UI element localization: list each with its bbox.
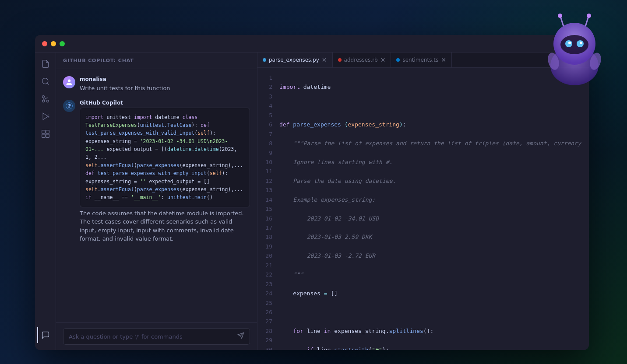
copilot-name: GitHub Copilot: [80, 100, 250, 106]
close-button[interactable]: [42, 41, 47, 46]
sidebar-item-source-control[interactable]: [38, 91, 53, 107]
sidebar-item-run[interactable]: [38, 108, 53, 124]
tab-close-sentiments[interactable]: ✕: [441, 57, 446, 63]
user-avatar: [63, 76, 75, 88]
sidebar-item-files[interactable]: [38, 56, 53, 72]
tabs-bar: parse_expenses.py ✕ addresses.rb ✕ senti…: [257, 52, 589, 68]
svg-point-29: [588, 52, 603, 71]
editor-area: parse_expenses.py ✕ addresses.rb ✕ senti…: [257, 52, 589, 350]
chat-messages: monalisa Write unit tests for this funct…: [56, 69, 257, 322]
sidebar-item-chat[interactable]: [37, 327, 53, 343]
vscode-window: GITHUB COPILOT: CHAT monalisa Write unit…: [35, 35, 589, 350]
svg-line-1: [47, 83, 49, 85]
code-editor[interactable]: import datetime def parse_expenses (expe…: [279, 68, 589, 350]
svg-point-0: [42, 78, 48, 84]
svg-point-4: [42, 100, 44, 102]
maximize-button[interactable]: [60, 41, 65, 46]
svg-rect-11: [42, 134, 45, 138]
user-message-content: monalisa Write unit tests for this funct…: [80, 76, 170, 93]
tab-addresses[interactable]: addresses.rb ✕: [333, 52, 391, 67]
svg-rect-12: [46, 134, 49, 138]
user-message-text: Write unit tests for this function: [80, 84, 170, 93]
copilot-avatar: [63, 100, 75, 112]
svg-point-25: [558, 14, 562, 18]
minimize-button[interactable]: [51, 41, 56, 46]
tab-label-parse-expenses: parse_expenses.py: [269, 57, 319, 63]
tab-dot-ts: [396, 58, 400, 62]
user-message: monalisa Write unit tests for this funct…: [63, 76, 250, 93]
titlebar: [35, 35, 589, 52]
code-response: import unittest import datetime class Te…: [80, 108, 250, 207]
chat-input-container: [63, 328, 250, 345]
line-numbers: 1 2 3 4 5 6 7 8 9 10 11 12 13 14 15 16 1: [257, 68, 279, 350]
chat-panel: GITHUB COPILOT: CHAT monalisa Write unit…: [56, 52, 257, 350]
editor-content[interactable]: 1 2 3 4 5 6 7 8 9 10 11 12 13 14 15 16 1: [257, 68, 589, 350]
activity-bar: [35, 52, 56, 350]
main-content: GITHUB COPILOT: CHAT monalisa Write unit…: [35, 52, 589, 350]
tab-label-sentiments: sentiments.ts: [402, 57, 438, 63]
sidebar-item-extensions[interactable]: [38, 126, 53, 142]
svg-line-24: [560, 17, 564, 26]
tab-label-addresses: addresses.rb: [344, 57, 378, 63]
svg-point-2: [46, 100, 49, 102]
copilot-message-content: GitHub Copilot import unittest import da…: [80, 100, 250, 243]
chat-panel-header: GITHUB COPILOT: CHAT: [56, 52, 257, 69]
chat-input-area: [56, 322, 257, 350]
chat-input[interactable]: [69, 333, 234, 340]
svg-rect-14: [68, 106, 70, 107]
tab-dot-py: [263, 58, 266, 62]
svg-marker-5: [43, 113, 48, 120]
svg-line-26: [585, 17, 588, 26]
user-name: monalisa: [80, 76, 170, 82]
svg-point-3: [42, 96, 44, 98]
tab-dot-rb: [338, 58, 342, 62]
send-icon[interactable]: [237, 332, 244, 341]
tab-parse-expenses[interactable]: parse_expenses.py ✕: [257, 52, 333, 67]
sidebar-item-search[interactable]: [38, 74, 53, 89]
svg-rect-10: [46, 130, 49, 134]
tab-sentiments[interactable]: sentiments.ts ✕: [391, 52, 451, 67]
svg-rect-9: [42, 130, 45, 134]
tab-close-addresses[interactable]: ✕: [380, 57, 386, 63]
tab-close-parse-expenses[interactable]: ✕: [322, 57, 327, 63]
copilot-followup-text: The code assumes that the datetime modul…: [80, 209, 250, 243]
traffic-lights: [42, 41, 65, 46]
svg-point-27: [587, 14, 591, 18]
copilot-message: GitHub Copilot import unittest import da…: [63, 100, 250, 243]
